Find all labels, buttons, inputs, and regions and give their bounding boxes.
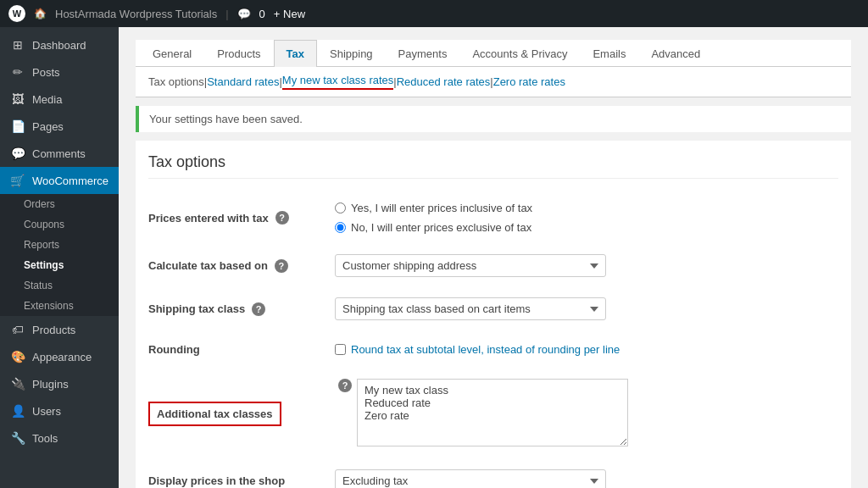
sidebar-item-users[interactable]: 👤 Users bbox=[0, 397, 119, 424]
users-icon: 👤 bbox=[10, 404, 25, 418]
sidebar-item-reports[interactable]: Reports bbox=[0, 235, 119, 255]
sidebar-item-label: Products bbox=[32, 324, 75, 336]
tab-products[interactable]: Products bbox=[204, 40, 273, 67]
tab-advanced[interactable]: Advanced bbox=[638, 40, 713, 67]
tab-tax[interactable]: Tax bbox=[274, 40, 317, 67]
tab-emails[interactable]: Emails bbox=[580, 40, 638, 67]
appearance-icon: 🎨 bbox=[10, 350, 25, 363]
sidebar-item-tools[interactable]: 🔧 Tools bbox=[0, 424, 119, 452]
woo-icon: 🛒 bbox=[10, 174, 25, 187]
sidebar-woo-submenu: Orders Coupons Reports Settings Status E… bbox=[0, 194, 119, 316]
additional-row: Additional tax classes ? My new tax clas… bbox=[148, 369, 838, 459]
additional-help-icon[interactable]: ? bbox=[338, 379, 352, 392]
media-icon: 🖼 bbox=[10, 92, 25, 106]
rounding-row: Rounding Round tax at subtotal level, in… bbox=[148, 330, 838, 369]
display-label: Display prices in the shop bbox=[148, 459, 335, 488]
sidebar-item-comments[interactable]: 💬 Comments bbox=[0, 140, 119, 167]
zero-rate-link[interactable]: Zero rate rates bbox=[493, 75, 565, 88]
topbar-sep1: | bbox=[225, 8, 228, 20]
tab-payments[interactable]: Payments bbox=[386, 40, 460, 67]
calculate-help-icon[interactable]: ? bbox=[275, 259, 288, 273]
comments-icon[interactable]: 💬 bbox=[237, 8, 251, 20]
section-title: Tax options bbox=[148, 153, 838, 179]
new-button[interactable]: + New bbox=[274, 8, 305, 20]
sidebar-item-pages[interactable]: 📄 Pages bbox=[0, 113, 119, 140]
rounding-checkbox[interactable] bbox=[335, 344, 346, 355]
reduced-rate-link[interactable]: Reduced rate rates bbox=[397, 75, 491, 88]
sidebar-item-media[interactable]: 🖼 Media bbox=[0, 86, 119, 113]
shipping-help-icon[interactable]: ? bbox=[252, 302, 265, 316]
products-icon: 🏷 bbox=[10, 323, 25, 336]
tools-icon: 🔧 bbox=[10, 431, 25, 445]
wp-logo[interactable]: W bbox=[8, 5, 25, 22]
calculate-select[interactable]: Customer shipping address bbox=[335, 254, 606, 277]
sidebar-item-label: Appearance bbox=[32, 351, 92, 363]
sidebar-item-label: Users bbox=[32, 405, 61, 418]
sidebar-item-label: Plugins bbox=[32, 378, 69, 391]
sidebar-item-label: Dashboard bbox=[32, 39, 86, 52]
radio-yes-label[interactable]: Yes, I will enter prices inclusive of ta… bbox=[335, 202, 838, 214]
sidebar-item-appearance[interactable]: 🎨 Appearance bbox=[0, 343, 119, 370]
radio-yes[interactable] bbox=[335, 202, 346, 214]
tax-subnav: Tax options | Standard rates | My new ta… bbox=[136, 67, 851, 97]
main-content: General Products Tax Shipping Payments A… bbox=[119, 27, 868, 488]
rounding-checkbox-label[interactable]: Round tax at subtotal level, instead of … bbox=[335, 343, 838, 356]
shipping-class-label: Shipping tax class ? bbox=[148, 287, 335, 330]
sidebar-item-status[interactable]: Status bbox=[0, 275, 119, 296]
sidebar-item-label: Media bbox=[32, 93, 62, 106]
comments-nav-icon: 💬 bbox=[10, 147, 25, 160]
radio-no[interactable] bbox=[335, 222, 346, 233]
tab-shipping[interactable]: Shipping bbox=[317, 40, 386, 67]
rounding-text[interactable]: Round tax at subtotal level, instead of … bbox=[351, 343, 620, 356]
notice-text: Your settings have been saved. bbox=[149, 113, 303, 125]
tab-general[interactable]: General bbox=[140, 40, 204, 67]
posts-icon: ✏ bbox=[10, 65, 25, 79]
form-table: Prices entered with tax ? Yes, I will en… bbox=[148, 191, 838, 488]
settings-content: Tax options Prices entered with tax ? bbox=[136, 141, 851, 488]
display-select[interactable]: Excluding tax bbox=[335, 469, 606, 488]
rounding-label: Rounding bbox=[148, 330, 335, 369]
calculate-row: Calculate tax based on ? Customer shippi… bbox=[148, 244, 838, 287]
additional-label: Additional tax classes bbox=[148, 369, 335, 459]
sidebar-item-label: Tools bbox=[32, 432, 58, 445]
settings-tabs: General Products Tax Shipping Payments A… bbox=[136, 40, 851, 67]
plugins-icon: 🔌 bbox=[10, 377, 25, 391]
radio-yes-text: Yes, I will enter prices inclusive of ta… bbox=[351, 202, 532, 214]
sidebar-item-dashboard[interactable]: ⊞ Dashboard bbox=[0, 31, 119, 58]
home-icon: 🏠 bbox=[34, 8, 47, 19]
radio-no-text: No, I will enter prices exclusive of tax bbox=[351, 221, 531, 234]
tax-options-link[interactable]: Tax options bbox=[148, 75, 204, 88]
my-new-tax-link[interactable]: My new tax class rates bbox=[282, 74, 394, 90]
sidebar-item-label: Comments bbox=[32, 147, 86, 160]
sidebar-item-plugins[interactable]: 🔌 Plugins bbox=[0, 370, 119, 397]
standard-rates-link[interactable]: Standard rates bbox=[207, 75, 279, 88]
tab-accounts-privacy[interactable]: Accounts & Privacy bbox=[459, 40, 580, 67]
calculate-label: Calculate tax based on ? bbox=[148, 244, 335, 287]
sidebar-item-orders[interactable]: Orders bbox=[0, 194, 119, 214]
sidebar-item-products[interactable]: 🏷 Products bbox=[0, 316, 119, 343]
sidebar-item-coupons[interactable]: Coupons bbox=[0, 214, 119, 235]
display-row: Display prices in the shop Excluding tax bbox=[148, 459, 838, 488]
sidebar-item-label: WooCommerce bbox=[32, 175, 108, 187]
sidebar-item-label: Pages bbox=[32, 120, 64, 133]
prices-help-icon[interactable]: ? bbox=[275, 211, 289, 225]
topbar: W 🏠 HostArmada Wordpress Tutorials | 💬 0… bbox=[0, 0, 868, 27]
dashboard-icon: ⊞ bbox=[10, 38, 25, 52]
sidebar-item-posts[interactable]: ✏ Posts bbox=[0, 58, 119, 86]
prices-radio-group: Yes, I will enter prices inclusive of ta… bbox=[335, 202, 838, 234]
sidebar-item-woocommerce[interactable]: 🛒 WooCommerce bbox=[0, 167, 119, 194]
textarea-wrap: My new tax class Reduced rate Zero rate bbox=[357, 379, 628, 449]
comments-count: 0 bbox=[259, 8, 265, 20]
wp-logo-text: W bbox=[13, 8, 21, 19]
prices-label: Prices entered with tax ? bbox=[148, 191, 335, 244]
prices-row: Prices entered with tax ? Yes, I will en… bbox=[148, 191, 838, 244]
sidebar-item-settings[interactable]: Settings bbox=[0, 255, 119, 275]
pages-icon: 📄 bbox=[10, 119, 25, 133]
site-name[interactable]: HostArmada Wordpress Tutorials bbox=[55, 8, 217, 20]
shipping-class-select[interactable]: Shipping tax class based on cart items bbox=[335, 297, 606, 320]
sidebar-item-extensions[interactable]: Extensions bbox=[0, 296, 119, 316]
radio-no-label[interactable]: No, I will enter prices exclusive of tax bbox=[335, 221, 838, 234]
settings-notice: Your settings have been saved. bbox=[136, 106, 851, 132]
additional-textarea[interactable]: My new tax class Reduced rate Zero rate bbox=[357, 379, 628, 446]
sidebar: ⊞ Dashboard ✏ Posts 🖼 Media 📄 Pages 💬 Co… bbox=[0, 27, 119, 488]
